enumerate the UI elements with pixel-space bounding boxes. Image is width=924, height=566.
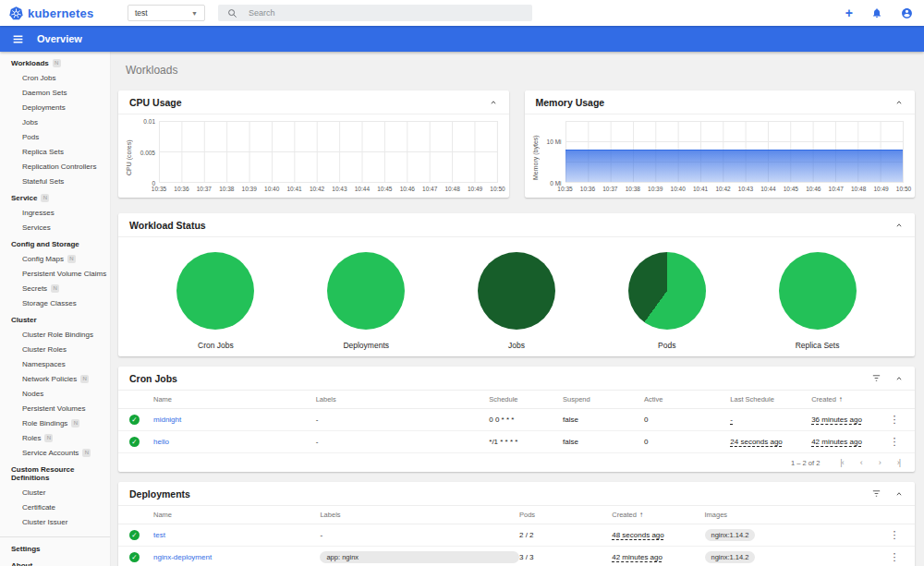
pie-label: Deployments — [343, 341, 389, 350]
sidebar-group-service[interactable]: ServiceN — [0, 189, 110, 206]
sidebar-group-custom-resource-definitions: Custom Resource Definitions — [0, 461, 110, 486]
collapse-button[interactable] — [894, 374, 904, 383]
collapse-button[interactable] — [489, 98, 498, 107]
collapse-button[interactable] — [894, 489, 904, 499]
sidebar-item-label: Ingresses — [22, 209, 55, 217]
sidebar-item-storage-classes[interactable]: Storage Classes — [0, 296, 110, 311]
sidebar-item-daemon-sets[interactable]: Daemon Sets — [0, 86, 110, 101]
sidebar-item-roles[interactable]: RolesN — [0, 431, 110, 446]
column-header-name[interactable]: Name — [153, 395, 316, 403]
sidebar-item-label: Settings — [11, 545, 41, 553]
column-header-last-schedule[interactable]: Last Schedule — [730, 395, 811, 403]
column-header-images[interactable]: Images — [705, 511, 886, 519]
last-page-button[interactable]: ›| — [897, 458, 900, 467]
namespace-selector[interactable]: test ▼ — [128, 5, 205, 21]
first-page-button[interactable]: |‹ — [840, 458, 843, 467]
deployment-pods: 2 / 2 — [519, 531, 612, 539]
row-actions-button[interactable]: ⋮ — [885, 552, 904, 562]
column-header-active[interactable]: Active — [644, 395, 730, 403]
sidebar-item-settings[interactable]: Settings — [0, 540, 110, 557]
sidebar-item-label: Roles — [22, 434, 41, 442]
user-account-button[interactable] — [901, 7, 913, 19]
deployment-name-link[interactable]: nginx-deployment — [153, 553, 320, 561]
sidebar-item-stateful-sets[interactable]: Stateful Sets — [0, 175, 110, 189]
deployment-name-link[interactable]: test — [153, 531, 320, 539]
sidebar-item-nodes[interactable]: Nodes — [0, 387, 110, 402]
x-axis-tick: 10:44 — [355, 186, 370, 192]
sidebar-item-label: Persistent Volume Claims — [22, 270, 106, 278]
collapse-button[interactable] — [894, 98, 904, 107]
new-items-badge: N — [53, 59, 61, 67]
sidebar-item-cluster-issuer[interactable]: Cluster Issuer — [0, 515, 110, 530]
x-axis-tick: 10:41 — [286, 186, 301, 192]
sidebar-item-replica-sets[interactable]: Replica Sets — [0, 145, 110, 160]
column-header-labels[interactable]: Labels — [320, 511, 519, 519]
search-input[interactable] — [249, 8, 523, 18]
notifications-bell-button[interactable] — [871, 7, 882, 18]
sidebar-item-cluster[interactable]: Cluster — [0, 486, 110, 500]
row-actions-button[interactable]: ⋮ — [885, 415, 904, 425]
sidebar-item-certificate[interactable]: Certificate — [0, 500, 110, 515]
next-page-button[interactable]: › — [879, 458, 881, 467]
cron-job-name-link[interactable]: hello — [153, 438, 316, 446]
x-axis-tick: 10:50 — [896, 186, 911, 192]
cpu-card-header: CPU Usage — [118, 90, 509, 114]
collapse-button[interactable] — [894, 221, 904, 230]
sidebar-item-config-maps[interactable]: Config MapsN — [0, 252, 110, 267]
cpu-card: CPU Usage CPU (cores) 0.010.0050 — [118, 90, 509, 198]
sidebar-item-service-accounts[interactable]: Service AccountsN — [0, 446, 110, 461]
column-header-created[interactable]: Created↑ — [612, 511, 704, 519]
sidebar-item-replication-controllers[interactable]: Replication Controllers — [0, 160, 110, 175]
sidebar-item-label: Replication Controllers — [22, 163, 96, 171]
sidebar-item-label: Cluster Issuer — [22, 518, 67, 526]
cron-job-suspend: false — [563, 415, 644, 424]
sidebar-item-pods[interactable]: Pods — [0, 130, 110, 145]
column-header-suspend[interactable]: Suspend — [563, 395, 644, 403]
x-axis-tick: 10:47 — [422, 186, 437, 192]
menu-toggle-button[interactable] — [12, 33, 24, 45]
sidebar-item-cluster-roles[interactable]: Cluster Roles — [0, 343, 110, 357]
row-actions-button[interactable]: ⋮ — [885, 437, 904, 447]
sidebar-item-persistent-volume-claims[interactable]: Persistent Volume ClaimsN — [0, 267, 110, 282]
sidebar-item-network-policies[interactable]: Network PoliciesN — [0, 372, 110, 387]
sidebar-item-cron-jobs[interactable]: Cron Jobs — [0, 71, 110, 86]
column-header-name[interactable]: Name — [153, 511, 320, 519]
sidebar-item-label: Nodes — [22, 390, 43, 398]
deployment-labels: app: nginx — [320, 551, 519, 563]
cron-job-name-link[interactable]: midnight — [153, 415, 316, 424]
kubernetes-brand[interactable]: kubernetes — [9, 6, 113, 20]
new-items-badge: N — [44, 434, 53, 442]
sidebar-item-cluster-role-bindings[interactable]: Cluster Role Bindings — [0, 328, 110, 343]
memory-card: Memory Usage Memory (bytes) 10 Mi0 Mi — [525, 90, 916, 198]
x-axis-tick: 10:36 — [580, 186, 595, 192]
column-header-created[interactable]: Created↑ — [811, 395, 885, 403]
sidebar-group-workloads[interactable]: WorkloadsN — [0, 54, 110, 71]
row-actions-button[interactable]: ⋮ — [885, 530, 904, 540]
previous-page-button[interactable]: ‹ — [860, 458, 862, 467]
filter-button[interactable] — [871, 373, 881, 383]
pie-chart-deployments — [327, 252, 405, 330]
sidebar-item-about[interactable]: About — [0, 557, 110, 566]
sidebar-item-persistent-volumes[interactable]: Persistent Volumes — [0, 402, 110, 416]
cron-jobs-header: Cron Jobs — [118, 367, 915, 391]
search-bar[interactable] — [218, 5, 532, 21]
x-axis-tick: 10:35 — [152, 186, 166, 192]
cron-job-labels: - — [316, 438, 490, 446]
create-resource-button[interactable]: + — [845, 6, 853, 19]
pagination-range-label: 1 – 2 of 2 — [791, 459, 820, 467]
column-header-labels[interactable]: Labels — [316, 395, 490, 403]
sidebar-item-deployments[interactable]: Deployments — [0, 101, 110, 115]
column-header-pods[interactable]: Pods — [519, 511, 612, 519]
column-header-schedule[interactable]: Schedule — [489, 395, 563, 403]
sidebar-item-ingresses[interactable]: Ingresses — [0, 206, 110, 221]
sidebar-item-label: Secrets — [22, 284, 47, 293]
x-axis-tick: 10:48 — [444, 186, 459, 192]
sidebar-item-role-bindings[interactable]: Role BindingsN — [0, 416, 110, 431]
sidebar-group-label: Custom Resource Definitions — [11, 465, 106, 482]
sidebar-item-secrets[interactable]: SecretsN — [0, 282, 110, 296]
sidebar-item-namespaces[interactable]: Namespaces — [0, 357, 110, 372]
sidebar-item-jobs[interactable]: Jobs — [0, 115, 110, 130]
sidebar-item-services[interactable]: Services — [0, 221, 110, 235]
filter-button[interactable] — [871, 488, 881, 499]
sidebar-item-label: Cluster Roles — [22, 345, 67, 354]
